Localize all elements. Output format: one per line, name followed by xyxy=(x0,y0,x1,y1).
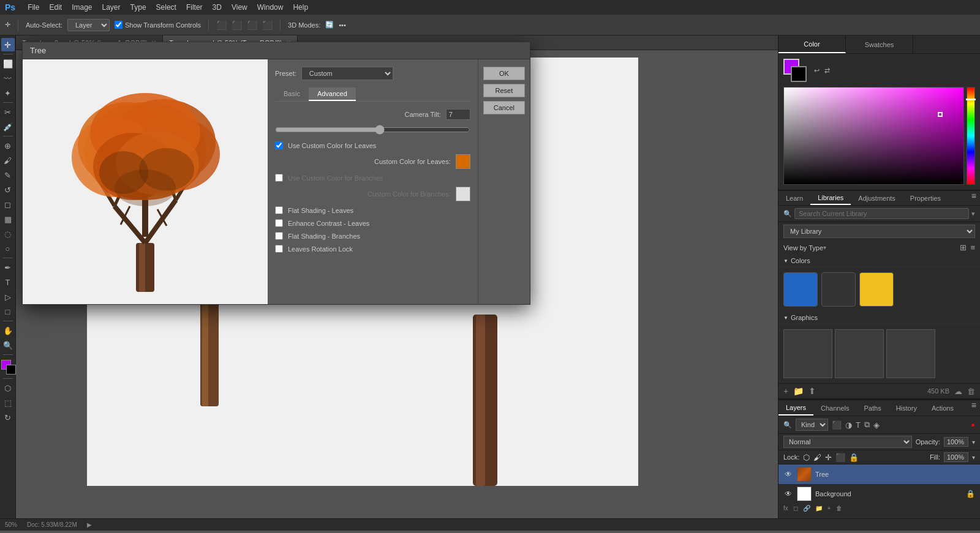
menu-select[interactable]: Select xyxy=(156,3,176,12)
grid-view-icon[interactable]: ⊞ xyxy=(960,243,967,252)
reset-button[interactable]: Reset xyxy=(483,84,525,97)
brush-tool[interactable]: 🖌 xyxy=(1,154,15,167)
menu-3d[interactable]: 3D xyxy=(213,3,222,12)
layer-filter-pixel[interactable]: ⬛ xyxy=(832,420,842,430)
hue-slider[interactable] xyxy=(967,87,975,185)
lock-artboard-icon[interactable]: ⬛ xyxy=(835,453,845,462)
pen-tool[interactable]: ✒ xyxy=(1,261,15,274)
lock-all-icon[interactable]: 🔒 xyxy=(849,453,859,462)
show-transform-option[interactable]: Show Transform Controls xyxy=(115,21,201,29)
layers-kind-select[interactable]: Kind xyxy=(796,419,828,431)
layer-filter-smart[interactable]: ◈ xyxy=(873,420,880,430)
menu-window[interactable]: Window xyxy=(257,3,284,12)
lasso-tool[interactable]: 〰 xyxy=(1,72,15,85)
menu-filter[interactable]: Filter xyxy=(186,3,203,12)
rotate-view[interactable]: ↻ xyxy=(1,411,15,424)
colors-section-header[interactable]: ▼ Colors xyxy=(778,255,980,267)
dialog-tab-advanced[interactable]: Advanced xyxy=(309,88,356,101)
3d-mode-icon-1[interactable]: 🔄 xyxy=(325,21,334,29)
hand-tool[interactable]: ✋ xyxy=(1,324,15,337)
align-right-icon[interactable]: ⬛ xyxy=(247,20,257,30)
more-options-icon[interactable]: ••• xyxy=(339,21,346,29)
swap-colors-icon[interactable]: ⇄ xyxy=(824,67,830,75)
dialog-tab-basic[interactable]: Basic xyxy=(275,88,309,101)
screen-mode[interactable]: ⬚ xyxy=(1,396,15,409)
delete-layer-icon[interactable]: 🗑 xyxy=(836,505,842,512)
cloud-icon[interactable]: ☁ xyxy=(954,387,962,396)
fx-icon[interactable]: fx xyxy=(783,505,788,512)
folder-icon[interactable]: 📁 xyxy=(793,386,804,396)
add-layer-icon[interactable]: + xyxy=(827,505,831,512)
ok-button[interactable]: OK xyxy=(483,67,525,80)
properties-tab[interactable]: Properties xyxy=(903,191,948,205)
graphic-thumb-2[interactable] xyxy=(886,329,935,378)
use-custom-branches-checkbox[interactable] xyxy=(275,174,283,182)
camera-tilt-input[interactable] xyxy=(446,109,470,120)
graphic-thumb-0[interactable] xyxy=(783,329,832,378)
tree-layer-vis[interactable]: 👁 xyxy=(783,469,793,479)
history-brush-tool[interactable]: ↺ xyxy=(1,183,15,196)
lock-image-icon[interactable]: 🖌 xyxy=(813,453,821,462)
color-tab[interactable]: Color xyxy=(778,35,846,53)
reset-colors-icon[interactable]: ↩ xyxy=(814,67,820,75)
menu-file[interactable]: File xyxy=(28,3,39,12)
flat-shading-leaves-checkbox[interactable] xyxy=(275,206,283,214)
library-selector[interactable]: My Library xyxy=(783,225,975,238)
add-item-icon[interactable]: + xyxy=(783,386,788,396)
dodge-tool[interactable]: ○ xyxy=(1,242,15,255)
gradient-tool[interactable]: ▦ xyxy=(1,212,15,226)
text-tool[interactable]: T xyxy=(1,275,15,289)
background-color[interactable] xyxy=(6,365,16,375)
menu-image[interactable]: Image xyxy=(72,3,92,12)
use-custom-leaves-checkbox[interactable] xyxy=(275,141,283,149)
align-left-icon[interactable]: ⬛ xyxy=(216,20,227,30)
learn-tab[interactable]: Learn xyxy=(778,191,810,205)
preset-dropdown[interactable]: Custom xyxy=(301,67,393,80)
opacity-arrow[interactable]: ▾ xyxy=(972,439,975,445)
color-swatches[interactable] xyxy=(1,360,15,376)
eraser-tool[interactable]: ◻ xyxy=(1,198,15,211)
libraries-tab[interactable]: Libraries xyxy=(810,191,851,205)
libraries-panel-menu[interactable]: ≡ xyxy=(968,191,980,205)
layers-tab-actions[interactable]: Actions xyxy=(924,400,961,416)
lock-position-icon[interactable]: ✛ xyxy=(825,453,832,462)
flat-shading-branches-checkbox[interactable] xyxy=(275,232,283,240)
menu-view[interactable]: View xyxy=(232,3,247,12)
leaves-rotation-lock-checkbox[interactable] xyxy=(275,245,283,253)
color-gradient-picker[interactable] xyxy=(783,87,964,185)
layers-tab-history[interactable]: History xyxy=(889,400,924,416)
layer-filter-path[interactable]: ⧉ xyxy=(864,420,870,430)
adjustments-tab[interactable]: Adjustments xyxy=(851,191,903,205)
align-stretch-icon[interactable]: ⬛ xyxy=(262,20,273,30)
branch-color-swatch[interactable] xyxy=(456,187,470,201)
auto-select-dropdown[interactable]: Layer Group xyxy=(67,19,110,31)
enhance-contrast-leaves-checkbox[interactable] xyxy=(275,219,283,227)
graphic-thumb-1[interactable] xyxy=(835,329,884,378)
upload-icon[interactable]: ⬆ xyxy=(809,386,816,396)
layer-row-background[interactable]: 👁 Background 🔒 xyxy=(778,484,980,504)
menu-layer[interactable]: Layer xyxy=(102,3,121,12)
path-select-tool[interactable]: ▷ xyxy=(1,290,15,304)
crop-tool[interactable]: ✂ xyxy=(1,105,15,119)
healing-brush-tool[interactable]: ⊕ xyxy=(1,139,15,152)
view-by-label[interactable]: View by Type xyxy=(783,244,823,252)
magic-wand-tool[interactable]: ✦ xyxy=(1,86,15,100)
blend-mode-select[interactable]: Normal xyxy=(783,436,912,448)
color-swatch-0[interactable] xyxy=(783,272,818,307)
leaf-color-swatch[interactable] xyxy=(456,154,470,169)
mask-icon[interactable]: ◻ xyxy=(793,505,798,512)
list-view-icon[interactable]: ≡ xyxy=(970,243,975,252)
menu-edit[interactable]: Edit xyxy=(49,3,62,12)
layers-tab-layers[interactable]: Layers xyxy=(778,400,813,416)
fill-arrow[interactable]: ▾ xyxy=(972,454,975,461)
menu-type[interactable]: Type xyxy=(130,3,146,12)
trash-icon[interactable]: 🗑 xyxy=(967,387,975,396)
show-transform-checkbox[interactable] xyxy=(115,21,123,29)
graphics-section-header[interactable]: ▼ Graphics xyxy=(778,311,980,324)
layer-filter-adjust[interactable]: ◑ xyxy=(845,420,852,430)
layers-tab-channels[interactable]: Channels xyxy=(813,400,856,416)
bg-color-preview[interactable] xyxy=(791,66,807,82)
fill-input[interactable] xyxy=(944,452,968,462)
layers-tab-paths[interactable]: Paths xyxy=(857,400,889,416)
new-group-icon[interactable]: 📁 xyxy=(815,505,823,512)
